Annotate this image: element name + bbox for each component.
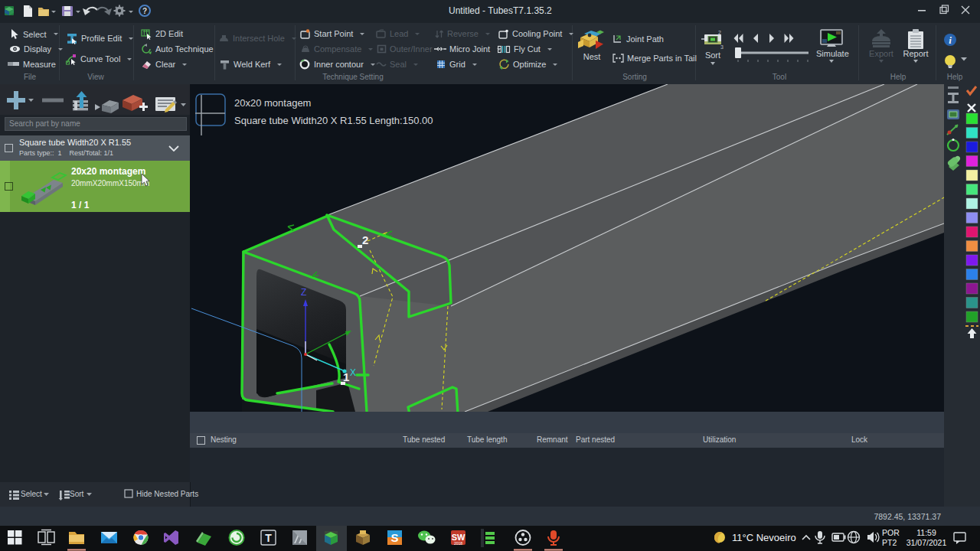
svg-text:2: 2 xyxy=(362,233,368,246)
svg-text:Z: Z xyxy=(301,287,306,298)
svg-text:X: X xyxy=(350,367,356,378)
svg-text:?: ? xyxy=(142,7,147,15)
svg-text:Square tube Width20 X R1.55 Le: Square tube Width20 X R1.55 Length:150.0… xyxy=(234,115,433,126)
svg-text:i: i xyxy=(949,34,952,46)
svg-text:20x20 montagem: 20x20 montagem xyxy=(234,97,311,109)
svg-text:T: T xyxy=(265,532,272,544)
svg-text:2018: 2018 xyxy=(454,541,462,546)
svg-text:1: 1 xyxy=(343,370,349,383)
svg-text:3: 3 xyxy=(720,44,724,49)
svg-text:2: 2 xyxy=(718,30,721,35)
svg-text:S: S xyxy=(390,531,398,544)
